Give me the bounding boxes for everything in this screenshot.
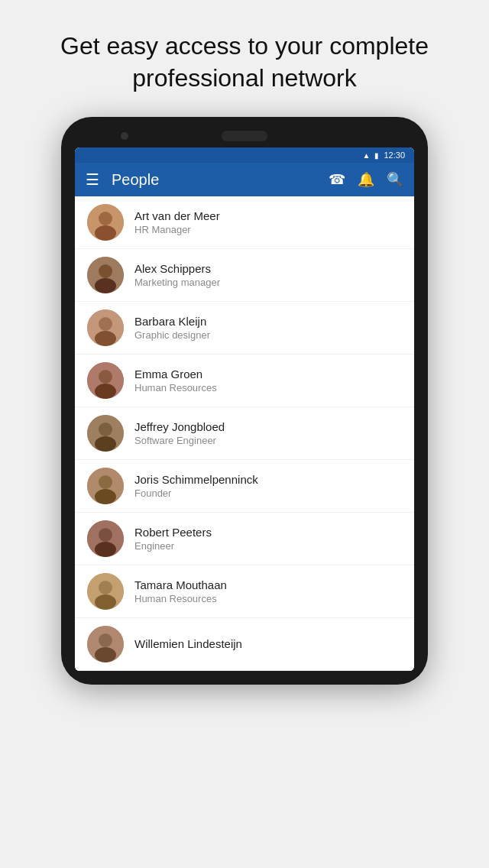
- battery-icon: [374, 151, 379, 160]
- wifi-icon: [363, 151, 371, 160]
- person-role: Founder: [134, 487, 258, 499]
- person-role: Software Engineer: [134, 435, 225, 446]
- person-name: Joris Schimmelpenninck: [134, 473, 258, 486]
- svg-point-23: [95, 594, 116, 610]
- person-name: Art van der Meer: [134, 209, 220, 222]
- list-item[interactable]: Jeffrey Jongbloed Software Engineer: [75, 407, 414, 460]
- person-info: Jeffrey Jongbloed Software Engineer: [134, 420, 225, 446]
- avatar: [87, 520, 124, 557]
- person-name: Emma Groen: [134, 368, 217, 381]
- phone-speaker: [222, 131, 267, 141]
- app-bar: ☰ People ☎ 🔔 🔍: [75, 163, 414, 196]
- svg-point-8: [95, 331, 116, 346]
- svg-point-11: [95, 384, 116, 399]
- bell-icon[interactable]: 🔔: [358, 171, 374, 188]
- phone-device: 12:30 ☰ People ☎ 🔔 🔍 Art van der Meer HR…: [61, 117, 428, 685]
- svg-point-14: [95, 436, 116, 452]
- avatar: [87, 309, 124, 346]
- svg-point-10: [99, 370, 112, 384]
- person-info: Joris Schimmelpenninck Founder: [134, 473, 258, 499]
- avatar: [87, 573, 124, 610]
- person-role: Marketing manager: [134, 277, 220, 288]
- status-time: 12:30: [384, 151, 405, 160]
- svg-point-17: [95, 489, 116, 504]
- person-info: Alex Schippers Marketing manager: [134, 262, 220, 288]
- person-name: Willemien Lindesteijn: [134, 637, 242, 650]
- person-name: Tamara Mouthaan: [134, 578, 227, 591]
- svg-point-16: [99, 475, 112, 489]
- person-name: Barbara Kleijn: [134, 315, 210, 328]
- avatar: [87, 415, 124, 452]
- app-bar-icons: ☎ 🔔 🔍: [329, 171, 403, 188]
- svg-point-20: [95, 542, 116, 557]
- person-role: Engineer: [134, 540, 212, 552]
- avatar: [87, 468, 124, 504]
- svg-point-26: [95, 647, 116, 662]
- people-list: Art van der Meer HR Manager Alex Schippe…: [75, 196, 414, 671]
- person-info: Art van der Meer HR Manager: [134, 209, 220, 235]
- avatar: [87, 626, 124, 662]
- search-icon[interactable]: 🔍: [387, 171, 403, 188]
- person-role: Human Resources: [134, 593, 227, 604]
- svg-point-25: [99, 633, 112, 647]
- svg-point-22: [99, 581, 112, 594]
- person-name: Jeffrey Jongbloed: [134, 420, 225, 433]
- phone-screen: 12:30 ☰ People ☎ 🔔 🔍 Art van der Meer HR…: [75, 147, 414, 671]
- person-name: Robert Peeters: [134, 526, 212, 539]
- hamburger-icon[interactable]: ☰: [86, 170, 99, 189]
- phone-top-bar: [75, 131, 414, 141]
- person-role: HR Manager: [134, 224, 220, 235]
- list-item[interactable]: Willemien Lindesteijn: [75, 618, 414, 671]
- list-item[interactable]: Emma Groen Human Resources: [75, 355, 414, 407]
- list-item[interactable]: Alex Schippers Marketing manager: [75, 249, 414, 302]
- list-item[interactable]: Tamara Mouthaan Human Resources: [75, 565, 414, 618]
- list-item[interactable]: Barbara Kleijn Graphic designer: [75, 302, 414, 355]
- hero-heading: Get easy access to your complete profess…: [0, 0, 489, 117]
- person-info: Willemien Lindesteijn: [134, 637, 242, 652]
- svg-point-4: [99, 264, 112, 278]
- person-info: Barbara Kleijn Graphic designer: [134, 315, 210, 341]
- svg-point-2: [95, 225, 116, 241]
- svg-point-7: [99, 317, 112, 331]
- avatar: [87, 362, 124, 399]
- svg-point-19: [99, 528, 112, 542]
- person-info: Emma Groen Human Resources: [134, 368, 217, 394]
- svg-point-5: [95, 278, 116, 293]
- person-role: Graphic designer: [134, 329, 210, 341]
- phone-camera: [121, 132, 128, 140]
- status-bar: 12:30: [75, 147, 414, 163]
- list-item[interactable]: Joris Schimmelpenninck Founder: [75, 460, 414, 513]
- svg-point-1: [99, 212, 112, 225]
- chat-icon[interactable]: ☎: [329, 171, 345, 188]
- person-info: Tamara Mouthaan Human Resources: [134, 578, 227, 604]
- person-info: Robert Peeters Engineer: [134, 526, 212, 552]
- list-item[interactable]: Robert Peeters Engineer: [75, 513, 414, 565]
- app-title: People: [112, 171, 316, 189]
- avatar: [87, 204, 124, 241]
- person-role: Human Resources: [134, 382, 217, 394]
- avatar: [87, 257, 124, 293]
- person-name: Alex Schippers: [134, 262, 220, 275]
- svg-point-13: [99, 423, 112, 436]
- list-item[interactable]: Art van der Meer HR Manager: [75, 196, 414, 249]
